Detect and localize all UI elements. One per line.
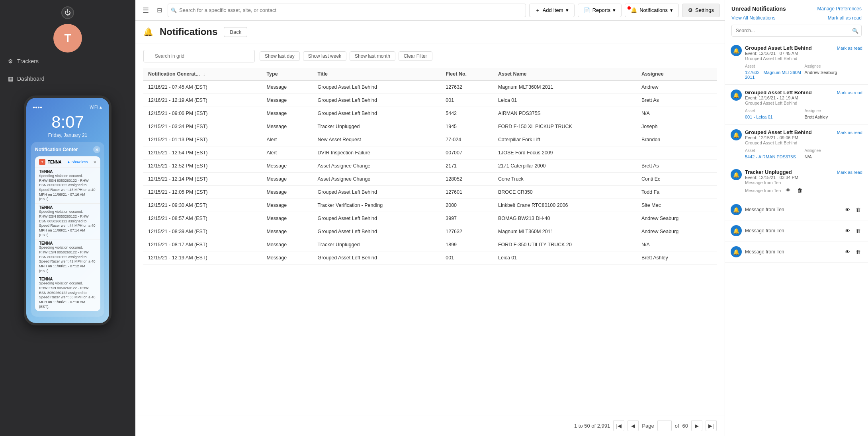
add-item-icon: ＋ bbox=[535, 7, 540, 14]
back-button[interactable]: Back bbox=[224, 27, 247, 37]
assignee-label: Assignee bbox=[805, 109, 863, 113]
notification-card: 🔔 Tracker Unplugged Event: 12/15/21 - 03… bbox=[725, 164, 868, 199]
cell-title[interactable]: New Asset Request bbox=[313, 133, 441, 146]
extra-eye-icon[interactable]: 👁 bbox=[843, 248, 852, 256]
pagination-first[interactable]: |◀ bbox=[613, 420, 624, 431]
cell-assignee: Joseph bbox=[637, 120, 717, 133]
filter-last-day[interactable]: Show last day bbox=[260, 51, 300, 61]
extra-trash-icon[interactable]: 🗑 bbox=[854, 206, 862, 214]
cell-assignee: Todd Fa bbox=[637, 186, 717, 199]
pagination-page-input[interactable]: 1 bbox=[657, 420, 672, 431]
add-item-button[interactable]: ＋ Add Item ▾ bbox=[529, 4, 575, 17]
settings-button[interactable]: ⚙ Settings bbox=[682, 4, 720, 17]
notification-card-details: Asset Assignee 127632 - Magnum MLT360M 2… bbox=[731, 64, 862, 80]
mark-as-read-button[interactable]: Mark as read bbox=[837, 170, 862, 175]
eye-icon[interactable]: 👁 bbox=[784, 187, 792, 194]
rp-search-input[interactable] bbox=[731, 25, 862, 37]
notifications-chevron: ▾ bbox=[670, 7, 673, 13]
extra-trash-icon[interactable]: 🗑 bbox=[854, 248, 862, 256]
cell-title[interactable]: Tracker Verification - Pending bbox=[313, 199, 441, 212]
cell-date: 12/15/21 - 08:57 AM (EST) bbox=[143, 212, 262, 225]
asset-value[interactable]: 001 - Leica 01 bbox=[745, 115, 803, 119]
filter-icon[interactable]: ⊟ bbox=[154, 4, 164, 16]
cell-fleet: 5442 bbox=[441, 107, 493, 120]
extra-eye-icon[interactable]: 👁 bbox=[843, 206, 852, 214]
mark-as-read-button[interactable]: Mark as read bbox=[837, 46, 862, 51]
extra-notif-label: Message from Ten bbox=[745, 207, 784, 212]
notif-app-name-3: TENNA bbox=[39, 241, 96, 245]
reports-icon: 📄 bbox=[584, 7, 590, 13]
cell-title[interactable]: Grouped Asset Left Behind bbox=[313, 212, 441, 225]
power-button[interactable]: ⏻ bbox=[61, 6, 74, 19]
cell-title[interactable]: Grouped Asset Left Behind bbox=[313, 225, 441, 238]
asset-label: Asset bbox=[745, 64, 803, 68]
cell-asset: 1JOSE Ford Focus 2009 bbox=[493, 146, 637, 160]
add-item-chevron: ▾ bbox=[566, 7, 569, 13]
notifications-button[interactable]: 🔔 Notifications ▾ bbox=[625, 4, 679, 17]
search-input[interactable] bbox=[168, 4, 526, 17]
cell-date: 12/15/21 - 08:17 AM (EST) bbox=[143, 238, 262, 251]
notification-dot bbox=[628, 6, 631, 10]
cell-title[interactable]: Grouped Asset Left Behind bbox=[313, 251, 441, 265]
filter-clear[interactable]: Clear Filter bbox=[399, 51, 432, 61]
notification-center-title: Notification Center ✕ bbox=[35, 146, 100, 153]
view-all-notifications-link[interactable]: View All Notifications bbox=[731, 15, 776, 21]
table-search-row: Show last day Show last week Show last m… bbox=[143, 50, 717, 62]
cell-title[interactable]: Asset Assignee Change bbox=[313, 173, 441, 186]
manage-preferences-link[interactable]: Manage Preferences bbox=[817, 6, 862, 12]
extra-trash-icon[interactable]: 🗑 bbox=[854, 227, 862, 235]
phone-notification-entry-2: TENNA Speeding violation occured.RHW ESN… bbox=[35, 203, 100, 239]
message-label: Message from Ten bbox=[745, 188, 781, 193]
cell-assignee: Brett Ashley bbox=[637, 251, 717, 265]
col-header-fleet: Fleet No. bbox=[441, 68, 493, 80]
cell-title[interactable]: Grouped Asset Left Behind bbox=[313, 94, 441, 107]
menu-icon[interactable]: ☰ bbox=[140, 4, 151, 17]
notification-description: Grouped Asset Left Behind bbox=[745, 140, 834, 145]
notification-close-btn[interactable]: ✕ bbox=[93, 160, 96, 164]
tenna-app-label: TENNA bbox=[48, 160, 61, 164]
grid-search-input[interactable] bbox=[143, 50, 255, 62]
cell-type: Message bbox=[262, 94, 313, 107]
dashboard-icon: ▦ bbox=[8, 76, 13, 82]
trash-icon[interactable]: 🗑 bbox=[796, 187, 804, 194]
notification-center-close[interactable]: ✕ bbox=[93, 146, 100, 153]
pagination-next[interactable]: ▶ bbox=[691, 420, 702, 431]
cell-title[interactable]: Tracker Unplugged bbox=[313, 238, 441, 251]
notification-bell-icon: 🔔 bbox=[731, 90, 742, 101]
col-header-date[interactable]: Notification Generat... ↓ bbox=[143, 68, 262, 80]
sidebar-item-trackers[interactable]: ⚙ Trackers bbox=[0, 53, 135, 70]
mark-as-read-button[interactable]: Mark as read bbox=[837, 90, 862, 95]
notification-card-info: Grouped Asset Left Behind Event: 12/15/2… bbox=[745, 129, 834, 145]
asset-value[interactable]: 5442 - AIRMAN PDS375S bbox=[745, 154, 803, 159]
asset-value[interactable]: 127632 - Magnum MLT360M 2011 bbox=[745, 70, 803, 80]
pagination-prev[interactable]: ◀ bbox=[628, 420, 639, 431]
cell-date: 12/15/21 - 12:19 AM (EST) bbox=[143, 251, 262, 265]
show-less-button[interactable]: ▲ Show less bbox=[67, 160, 88, 164]
cell-asset: Magnum MLT360M 2011 bbox=[493, 80, 637, 94]
notification-card-info: Grouped Asset Left Behind Event: 12/16/2… bbox=[745, 45, 834, 61]
table-row: 12/15/21 - 12:05 PM (EST) Message Groupe… bbox=[143, 186, 717, 199]
cell-title[interactable]: Asset Assignee Change bbox=[313, 160, 441, 173]
cell-date: 12/16/21 - 07:45 AM (EST) bbox=[143, 80, 262, 94]
cell-title[interactable]: DVIR Inspection Failure bbox=[313, 146, 441, 160]
cell-title[interactable]: Grouped Asset Left Behind bbox=[313, 107, 441, 120]
cell-date: 12/15/21 - 09:06 PM (EST) bbox=[143, 107, 262, 120]
cell-title[interactable]: Grouped Asset Left Behind bbox=[313, 186, 441, 199]
mark-as-read-button[interactable]: Mark as read bbox=[837, 130, 862, 135]
cell-date: 12/15/21 - 09:30 AM (EST) bbox=[143, 199, 262, 212]
mark-all-read-button[interactable]: Mark all as read bbox=[828, 15, 862, 21]
filter-last-month[interactable]: Show last month bbox=[350, 51, 395, 61]
extra-eye-icon[interactable]: 👁 bbox=[843, 227, 852, 235]
notification-card-details: Asset Assignee 001 - Leica 01 Brett Ashl… bbox=[731, 109, 862, 119]
cell-asset: FORD F-350 UTILITY TRUCK 20 bbox=[493, 238, 637, 251]
reports-button[interactable]: 📄 Reports ▾ bbox=[578, 4, 622, 17]
pagination-last[interactable]: ▶| bbox=[706, 420, 717, 431]
top-bar: ☰ ⊟ ＋ Add Item ▾ 📄 Reports ▾ 🔔 Notificat… bbox=[135, 0, 725, 21]
cell-fleet: 127601 bbox=[441, 186, 493, 199]
sidebar-item-dashboard[interactable]: ▦ Dashboard bbox=[0, 70, 135, 88]
pagination: 1 to 50 of 2,991 |◀ ◀ Page 1 of 60 ▶ ▶| bbox=[135, 415, 725, 436]
cell-title[interactable]: Tracker Unplugged bbox=[313, 120, 441, 133]
filter-last-week[interactable]: Show last week bbox=[303, 51, 346, 61]
asset-label: Asset bbox=[745, 109, 803, 113]
cell-title[interactable]: Grouped Asset Left Behind bbox=[313, 80, 441, 94]
